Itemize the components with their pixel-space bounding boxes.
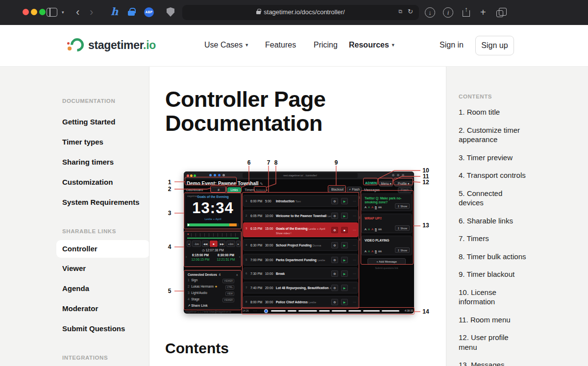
lock-icon xyxy=(256,11,261,14)
sidebar-item-controller[interactable]: Controller xyxy=(56,240,149,258)
page-title: Controller PageDocumentation xyxy=(165,87,326,135)
sidebar-item-sharing-timers[interactable]: Sharing timers xyxy=(62,158,149,167)
sidebar-section-sharable-links: SHARABLE LINKS xyxy=(62,228,149,234)
sidebar-item-agenda[interactable]: Agenda xyxy=(62,284,149,293)
extension-h-icon[interactable]: h xyxy=(111,6,118,17)
reload-icon[interactable]: ↻ xyxy=(408,8,413,15)
extension-abp-icon[interactable]: ABP xyxy=(144,7,154,17)
forward-icon[interactable]: › xyxy=(90,7,93,18)
toc-item-timer-preview[interactable]: 3. Timer preview xyxy=(459,153,528,163)
toc-item-room-title[interactable]: 1. Room title xyxy=(459,107,528,117)
nav-features[interactable]: Features xyxy=(265,41,296,49)
sidebar-section-documentation: DOCUMENTATION xyxy=(62,98,149,104)
new-tab-icon[interactable]: + xyxy=(480,7,486,17)
back-icon[interactable]: ‹ xyxy=(76,7,79,18)
page: ▾ ‹ › h ABP stagetimer.io/docs/controlle… xyxy=(0,0,588,366)
sidebar-item-system-requirements[interactable]: System Requirements xyxy=(62,198,149,207)
toc-item-timer-blackout[interactable]: 9. Timer blackout xyxy=(459,269,528,279)
toc-item-timers[interactable]: 7. Timers xyxy=(459,234,528,244)
toc-item-user-profile-menu[interactable]: 12. User profile menu xyxy=(459,333,528,352)
toc-item-connected-devices[interactable]: 5. Connected devices xyxy=(459,189,528,208)
sidebar-item-submit-questions[interactable]: Submit Questions xyxy=(62,324,149,333)
annotation-lines xyxy=(162,159,443,323)
sidebar-item-customization[interactable]: Customization xyxy=(62,178,149,187)
minimize-button[interactable] xyxy=(31,9,37,15)
browser-chrome: ▾ ‹ › h ABP stagetimer.io/docs/controlle… xyxy=(0,0,588,25)
zoom-button[interactable] xyxy=(39,9,46,15)
toc-panel: CONTENTS 1. Room title 2. Customize time… xyxy=(446,67,588,366)
share-icon[interactable] xyxy=(463,10,470,17)
shield-icon[interactable] xyxy=(167,7,174,17)
site-header: stagetimer.io Use Cases▼ Features Pricin… xyxy=(0,25,588,67)
sidebar-item-moderator[interactable]: Moderator xyxy=(62,304,149,313)
tabs-icon[interactable] xyxy=(496,10,503,17)
toc-heading: CONTENTS xyxy=(459,94,539,99)
sidebar-item-timer-types[interactable]: Timer types xyxy=(62,138,149,146)
download-icon[interactable]: ↓ xyxy=(425,7,435,18)
contents-heading: Contents xyxy=(165,340,229,357)
toc-item-license-information[interactable]: 10. License information xyxy=(459,288,528,307)
sign-in-link[interactable]: Sign in xyxy=(440,41,464,49)
toc-item-messages[interactable]: 13. Messages xyxy=(459,360,528,366)
toc-item-customize-timer-appearance[interactable]: 2. Customize timer appearance xyxy=(459,125,528,145)
nav-use-cases[interactable]: Use Cases▼ xyxy=(204,41,249,49)
toc-item-transport-controls[interactable]: 4. Transport controls xyxy=(459,171,528,180)
toc-item-room-menu[interactable]: 11. Room menu xyxy=(459,315,528,325)
extension-lock-icon[interactable] xyxy=(128,11,135,16)
info-icon[interactable]: i xyxy=(443,7,453,18)
controller-screenshot-figure: next.stagetimer.io/…/controller/ Demo Ev… xyxy=(162,159,443,323)
url-text: stagetimer.io/docs/controller/ xyxy=(182,8,419,16)
url-bar[interactable]: stagetimer.io/docs/controller/ ⧉ ↻ xyxy=(182,5,419,20)
sidebar-section-integrations: INTEGRATIONS xyxy=(62,355,149,361)
toc-item-sharable-links[interactable]: 6. Sharable links xyxy=(459,216,528,226)
brand-name[interactable]: stagetimer.io xyxy=(88,39,156,52)
stagetimer-logo-icon[interactable] xyxy=(67,38,84,53)
chevron-down-icon[interactable]: ▾ xyxy=(62,10,64,15)
toc-item-timer-bulk-actions[interactable]: 8. Timer bulk actions xyxy=(459,252,528,262)
translate-icon[interactable]: ⧉ xyxy=(398,8,402,15)
nav-pricing[interactable]: Pricing xyxy=(314,41,338,49)
nav-resources[interactable]: Resources▼ xyxy=(349,41,395,49)
sidebar-item-getting-started[interactable]: Getting Started xyxy=(62,118,149,126)
sign-up-button[interactable]: Sign up xyxy=(475,36,514,55)
docs-sidebar: DOCUMENTATION Getting Started Timer type… xyxy=(0,67,149,366)
sidebar-toggle-icon[interactable] xyxy=(47,8,57,17)
sidebar-item-viewer[interactable]: Viewer xyxy=(62,264,149,273)
close-button[interactable] xyxy=(23,9,29,15)
